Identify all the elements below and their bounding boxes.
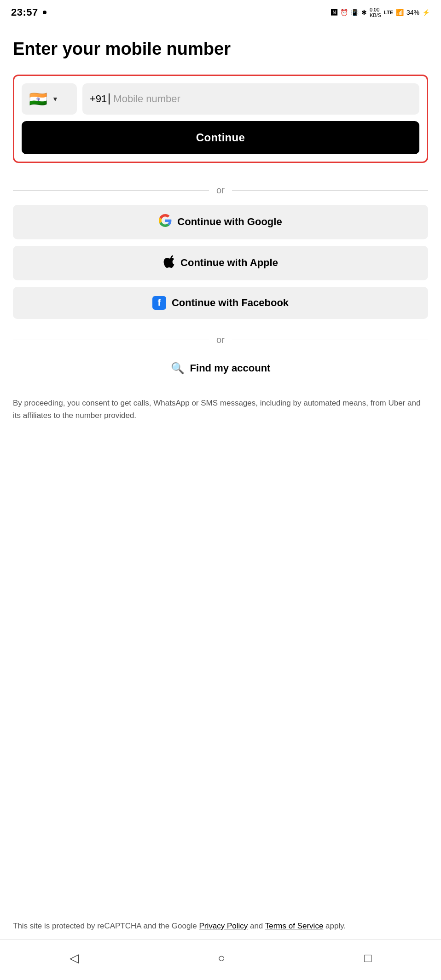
privacy-policy-link[interactable]: Privacy Policy [199,922,248,930]
home-nav-button[interactable]: ○ [209,947,234,969]
battery-level: 34% [406,9,419,16]
nav-bar: ◁ ○ □ [0,939,441,980]
home-icon: ○ [218,951,225,965]
back-nav-button[interactable]: ◁ [60,947,88,969]
battery-charging-icon: ⚡ [422,9,430,16]
page-title: Enter your mobile number [13,39,428,60]
find-account-label: Find my account [190,362,271,374]
nfc-icon: 🅽 [331,9,337,16]
recent-icon: □ [364,951,371,965]
google-button[interactable]: Continue with Google [13,205,428,239]
or-text-1: or [216,185,225,196]
country-selector[interactable]: 🇮🇳 ▼ [22,83,77,115]
consent-text: By proceeding, you consent to get calls,… [13,397,428,422]
phone-placeholder: Mobile number [113,93,180,105]
divider-line-left-2 [13,340,209,340]
phone-row: 🇮🇳 ▼ +91 Mobile number [22,83,419,115]
phone-input-wrapper[interactable]: +91 Mobile number [82,83,419,115]
status-left: 23:57 [11,6,49,18]
status-dot [43,11,46,14]
search-icon: 🔍 [171,362,185,375]
apple-button[interactable]: Continue with Apple [13,246,428,280]
alarm-icon: ⏰ [340,9,348,16]
divider-line-left [13,190,209,191]
facebook-button[interactable]: f Continue with Facebook [13,287,428,319]
status-bar: 23:57 🅽 ⏰ 📳 ✱ 0.00KB/S LTE 📶 34% ⚡ [0,0,441,24]
phone-section: 🇮🇳 ▼ +91 Mobile number Continue [13,75,428,163]
google-icon [159,214,172,230]
continue-button[interactable]: Continue [22,121,419,154]
bluetooth-icon: ✱ [361,9,367,16]
footer-legal: This site is protected by reCAPTCHA and … [0,912,441,939]
footer-and: and [248,922,265,930]
chevron-down-icon: ▼ [52,95,58,103]
back-icon: ◁ [70,951,79,965]
facebook-button-label: Continue with Facebook [172,297,289,309]
status-icons: 🅽 ⏰ 📳 ✱ 0.00KB/S LTE 📶 34% ⚡ [331,7,430,18]
find-account[interactable]: 🔍 Find my account [13,354,428,382]
phone-prefix: +91 [90,93,107,105]
vibrate-icon: 📳 [351,9,359,16]
terms-link[interactable]: Terms of Service [265,922,324,930]
apple-icon [163,255,175,271]
signal-icon: 📶 [396,9,404,16]
divider-line-right [232,190,428,191]
google-button-label: Continue with Google [177,216,282,228]
divider-2: or [13,335,428,345]
apple-button-label: Continue with Apple [180,257,278,269]
lte-icon: LTE [384,10,393,15]
phone-cursor [109,93,110,104]
country-flag: 🇮🇳 [29,92,47,106]
or-text-2: or [216,335,225,345]
facebook-icon: f [152,296,166,310]
footer-end: apply. [323,922,346,930]
recent-nav-button[interactable]: □ [355,947,381,969]
divider-line-right-2 [232,340,428,340]
divider-1: or [13,185,428,196]
status-time: 23:57 [11,6,38,18]
footer-text-1: This site is protected by reCAPTCHA and … [13,922,199,930]
main-content: Enter your mobile number 🇮🇳 ▼ +91 Mobile… [0,24,441,912]
data-speed-icon: 0.00KB/S [370,7,381,18]
